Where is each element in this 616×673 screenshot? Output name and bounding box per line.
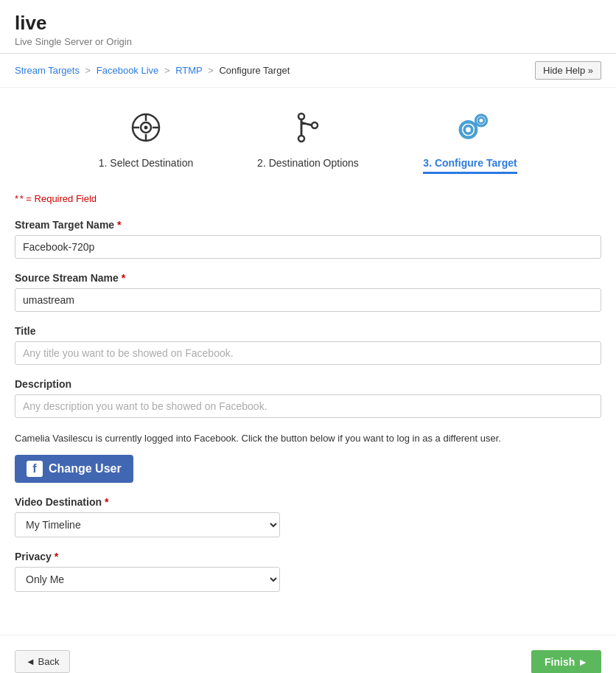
- header: live Live Single Server or Origin: [0, 0, 616, 54]
- destination-options-icon: [286, 105, 330, 150]
- wizard-step-select-destination: 1. Select Destination: [65, 105, 227, 169]
- wizard-step-1-label: 1. Select Destination: [99, 157, 193, 169]
- video-destination-select[interactable]: My Timeline Page Group: [15, 512, 280, 537]
- wizard-step-destination-options: 2. Destination Options: [227, 105, 389, 169]
- description-label: Description: [15, 378, 601, 390]
- configure-target-icon: [448, 105, 492, 150]
- facebook-login-info: Camelia Vasilescu is currently logged in…: [15, 431, 601, 446]
- wizard-steps: 1. Select Destination 2. Destination Opt…: [0, 88, 616, 186]
- breadcrumb-sep-3: >: [208, 65, 216, 76]
- svg-point-7: [298, 114, 304, 119]
- wizard-step-2-label: 2. Destination Options: [257, 157, 359, 169]
- breadcrumb-sep-2: >: [164, 65, 172, 76]
- stream-target-name-label: Stream Target Name *: [15, 219, 601, 231]
- footer-nav: ◄ Back Finish ►: [0, 635, 616, 674]
- title-group: Title: [15, 325, 601, 365]
- breadcrumb: Stream Targets > Facebook Live > RTMP > …: [15, 65, 290, 76]
- select-destination-icon: [124, 105, 168, 150]
- breadcrumb-stream-targets[interactable]: Stream Targets: [15, 65, 80, 76]
- svg-point-8: [298, 136, 304, 142]
- svg-point-9: [312, 122, 318, 128]
- privacy-label: Privacy *: [15, 551, 601, 562]
- title-label: Title: [15, 325, 601, 337]
- wizard-step-configure-target: 3. Configure Target: [389, 105, 551, 174]
- breadcrumb-rtmp[interactable]: RTMP: [175, 65, 202, 76]
- page-subtitle: Live Single Server or Origin: [15, 36, 601, 47]
- source-stream-name-input[interactable]: [15, 288, 601, 312]
- breadcrumb-bar: Stream Targets > Facebook Live > RTMP > …: [0, 54, 616, 88]
- svg-point-16: [466, 128, 471, 133]
- description-group: Description: [15, 378, 601, 418]
- change-user-label: Change User: [49, 462, 122, 475]
- stream-target-name-group: Stream Target Name *: [15, 219, 601, 259]
- hide-help-button[interactable]: Hide Help »: [535, 61, 601, 80]
- breadcrumb-facebook-live[interactable]: Facebook Live: [97, 65, 159, 76]
- page-title: live: [15, 12, 601, 35]
- source-stream-name-group: Source Stream Name *: [15, 272, 601, 312]
- breadcrumb-current: Configure Target: [219, 65, 290, 76]
- change-user-button[interactable]: f Change User: [15, 455, 133, 483]
- source-stream-name-label: Source Stream Name *: [15, 272, 601, 284]
- video-destination-group: Video Destination * My Timeline Page Gro…: [15, 496, 601, 537]
- main-content: * * = Required Field Stream Target Name …: [0, 186, 616, 620]
- facebook-icon: f: [27, 461, 43, 477]
- wizard-step-3-label: 3. Configure Target: [423, 157, 517, 174]
- svg-point-2: [144, 126, 148, 130]
- required-note: * * = Required Field: [15, 193, 601, 204]
- svg-point-21: [480, 119, 483, 122]
- privacy-select[interactable]: Only Me Friends Public: [15, 567, 280, 592]
- breadcrumb-sep-1: >: [85, 65, 94, 76]
- privacy-group: Privacy * Only Me Friends Public: [15, 551, 601, 592]
- stream-target-name-input[interactable]: [15, 235, 601, 259]
- description-input[interactable]: [15, 394, 601, 418]
- finish-button[interactable]: Finish ►: [531, 650, 601, 674]
- title-input[interactable]: [15, 341, 601, 365]
- back-button[interactable]: ◄ Back: [15, 650, 70, 673]
- video-destination-label: Video Destination *: [15, 496, 601, 508]
